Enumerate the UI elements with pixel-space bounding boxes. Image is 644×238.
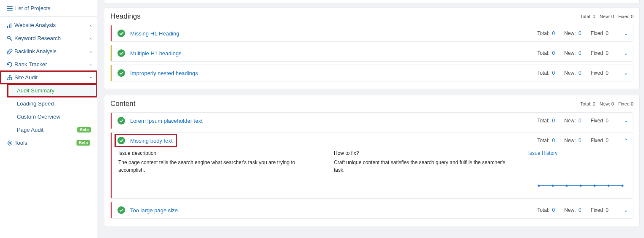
subnav-label: Page Audit <box>17 127 77 133</box>
issue-row[interactable]: Lorem Ipsum placeholder text Total: 0 Ne… <box>110 112 633 129</box>
nav-label: Rank Tracker <box>14 61 90 68</box>
svg-point-12 <box>580 185 582 187</box>
key-icon <box>5 35 14 41</box>
chevron-left-icon: ‹ <box>90 23 92 28</box>
how-to-fix-heading: How to fix? <box>334 150 516 156</box>
check-circle-icon <box>117 49 125 57</box>
check-circle-icon <box>117 137 125 144</box>
nav-website-analysis[interactable]: Website Analysis ‹ <box>0 19 97 32</box>
check-circle-icon <box>117 117 125 124</box>
svg-point-11 <box>566 185 568 187</box>
issue-row[interactable]: Multiple H1 headings Total: 0 New: 0 Fix… <box>110 45 633 62</box>
issue-stats: Total: 0 New: 0 Fixed 0 ⌄ <box>538 207 628 213</box>
issue-desc-heading: Issue description <box>118 150 321 156</box>
svg-point-13 <box>594 185 596 187</box>
check-circle-icon <box>117 206 125 214</box>
nav-backlink-analysis[interactable]: Backlink Analysis ‹ <box>0 45 97 58</box>
nav-label: Backlink Analysis <box>14 48 90 54</box>
section-title: Content <box>110 100 580 108</box>
nav-label: Tools <box>14 140 76 146</box>
gear-icon <box>5 140 14 146</box>
subnav-label: Custom Overview <box>17 114 93 120</box>
sitemap-icon <box>5 75 14 81</box>
subnav-label: Loading Speed <box>17 100 93 107</box>
issue-stats: Total: 0 New: 0 Fixed 0 ⌃ <box>538 138 628 143</box>
sparkline <box>528 181 625 190</box>
subnav-page-audit[interactable]: Page Audit Beta <box>8 123 97 136</box>
nav-label: Keyword Research <box>14 35 90 41</box>
beta-badge: Beta <box>76 140 90 146</box>
hamburger-icon <box>5 5 14 11</box>
main-content: Headings Total: 0 New: 0 Fixed 0 Missing… <box>97 0 644 238</box>
issue-title[interactable]: Multiple H1 headings <box>130 50 538 57</box>
chevron-down-icon: ‹ <box>88 77 93 78</box>
nav-rank-tracker[interactable]: Rank Tracker ‹ <box>0 58 97 71</box>
issue-title[interactable]: Lorem Ipsum placeholder text <box>130 118 538 124</box>
svg-rect-6 <box>9 79 11 80</box>
nav-label: Site Audit <box>14 74 90 81</box>
subnav-loading-speed[interactable]: Loading Speed <box>8 97 97 110</box>
chart-icon <box>5 22 14 28</box>
link-icon <box>5 49 14 54</box>
history-icon <box>5 62 14 68</box>
issue-title[interactable]: Missing body text <box>130 138 172 144</box>
chevron-left-icon: ‹ <box>90 36 92 41</box>
chevron-left-icon: ‹ <box>90 62 92 67</box>
section-content: Content Total: 0 New: 0 Fixed 0 Lorem Ip… <box>104 95 640 226</box>
issue-row-expanded: Missing body text Total: 0 New: 0 Fixed … <box>110 132 633 199</box>
nav-label: List of Projects <box>14 5 92 11</box>
svg-point-9 <box>538 185 540 187</box>
nav-label: Website Analysis <box>14 22 90 28</box>
chevron-down-icon[interactable]: ⌄ <box>624 70 628 76</box>
svg-rect-2 <box>11 23 11 28</box>
check-circle-icon <box>117 69 125 77</box>
nav-keyword-research[interactable]: Keyword Research ‹ <box>0 32 97 45</box>
subnav-audit-summary[interactable]: Audit Summary <box>8 84 97 97</box>
chevron-down-icon[interactable]: ⌄ <box>624 207 628 213</box>
nav-site-audit[interactable]: Site Audit ‹ <box>0 71 97 84</box>
section-stats: Total: 0 New: 0 Fixed 0 <box>580 101 633 106</box>
issue-row[interactable]: Improperly nested headings Total: 0 New:… <box>110 65 633 81</box>
issue-desc-text: The page content tells the search engine… <box>118 159 321 174</box>
chevron-left-icon: ‹ <box>90 49 92 54</box>
sidebar: List of Projects Website Analysis ‹ Keyw… <box>0 0 97 238</box>
svg-point-8 <box>9 142 11 144</box>
chevron-up-icon[interactable]: ⌃ <box>624 138 628 143</box>
svg-point-10 <box>552 185 554 187</box>
svg-point-14 <box>608 185 610 187</box>
issue-stats: Total: 0 New: 0 Fixed 0 ⌄ <box>538 30 628 36</box>
svg-rect-5 <box>7 79 8 80</box>
svg-rect-1 <box>9 24 10 28</box>
svg-rect-0 <box>7 26 8 28</box>
subnav-custom-overview[interactable]: Custom Overview <box>8 110 97 123</box>
chevron-down-icon[interactable]: ⌄ <box>624 30 628 36</box>
beta-badge: Beta <box>77 127 91 133</box>
issue-stats: Total: 0 New: 0 Fixed 0 ⌄ <box>538 50 628 56</box>
issue-stats: Total: 0 New: 0 Fixed 0 ⌄ <box>538 70 628 76</box>
issue-title[interactable]: Improperly nested headings <box>130 70 538 76</box>
top-card-stub <box>104 0 640 3</box>
check-circle-icon <box>117 30 125 37</box>
nav-list-projects[interactable]: List of Projects <box>0 2 97 15</box>
how-to-fix-text: Craft unique content that satisfies the … <box>334 159 516 174</box>
svg-point-15 <box>622 185 624 187</box>
subnav-site-audit: Audit Summary Loading Speed Custom Overv… <box>0 84 97 136</box>
subnav-label: Audit Summary <box>17 87 93 94</box>
section-title: Headings <box>110 12 580 21</box>
section-stats: Total: 0 New: 0 Fixed 0 <box>580 14 633 19</box>
issue-title[interactable]: Too large page size <box>130 207 538 214</box>
section-headings: Headings Total: 0 New: 0 Fixed 0 Missing… <box>104 8 640 89</box>
nav-tools[interactable]: Tools Beta <box>0 136 97 149</box>
issue-history-link[interactable]: Issue History <box>528 150 557 156</box>
chevron-down-icon[interactable]: ⌄ <box>624 118 628 124</box>
svg-rect-4 <box>9 75 11 76</box>
issue-stats: Total: 0 New: 0 Fixed 0 ⌄ <box>538 118 628 124</box>
chevron-down-icon[interactable]: ⌄ <box>624 50 628 56</box>
issue-row[interactable]: Missing H1 Heading Total: 0 New: 0 Fixed… <box>110 25 633 42</box>
issue-row[interactable]: Too large page size Total: 0 New: 0 Fixe… <box>110 202 633 219</box>
svg-rect-7 <box>11 79 12 80</box>
issue-title[interactable]: Missing H1 Heading <box>130 30 538 37</box>
